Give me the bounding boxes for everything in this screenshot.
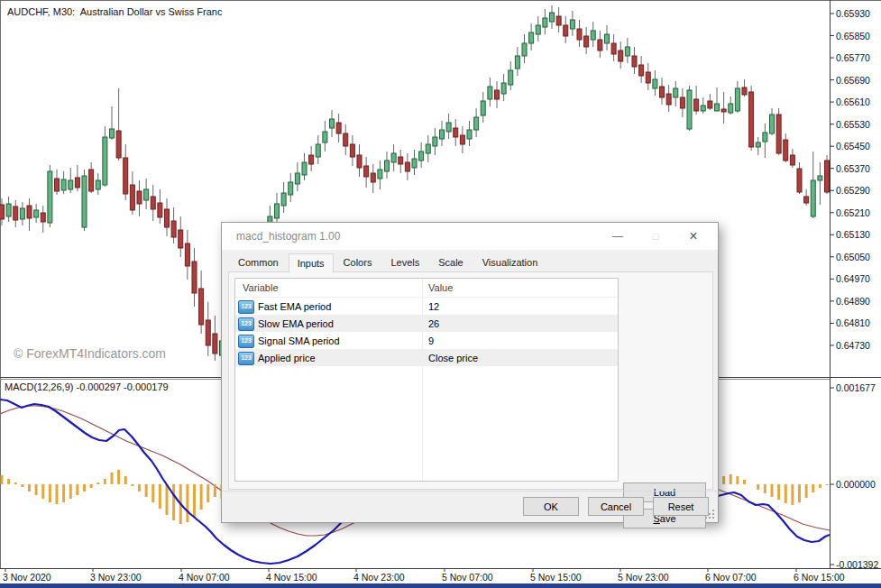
time-axis-label: 6 Nov 07:00	[705, 572, 757, 583]
column-header-value: Value	[428, 282, 453, 293]
tab-inputs[interactable]: Inputs	[289, 253, 334, 273]
table-row-slow-ema-period[interactable]: 123Slow EMA period26	[235, 315, 618, 332]
price-axis-label: 0.64730	[836, 340, 870, 351]
price-axis-label: 0.65290	[836, 185, 870, 196]
time-axis-label: 3 Nov 23:00	[90, 572, 142, 583]
time-axis-label: 4 Nov 23:00	[353, 572, 405, 583]
variable-name: Fast EMA period	[258, 301, 331, 312]
price-axis-label: 0.65850	[836, 31, 870, 41]
price-axis-label: 0.64890	[836, 296, 870, 307]
table-row-signal-sma-period[interactable]: 123Signal SMA period9	[235, 332, 618, 349]
variable-value[interactable]: Close price	[428, 353, 478, 363]
numeric-input-icon: 123	[238, 352, 254, 365]
macd-axis-label: -0.001392	[836, 559, 878, 570]
ok-button[interactable]: OK	[523, 497, 579, 516]
time-axis-label: 6 Nov 15:00	[794, 572, 845, 583]
numeric-input-icon: 123	[238, 317, 254, 331]
variable-name: Slow EMA period	[258, 318, 334, 329]
variable-name: Applied price	[258, 353, 316, 363]
price-axis-label: 0.65610	[836, 96, 870, 107]
time-axis-label: 5 Nov 15:00	[530, 572, 582, 583]
table-row-fast-ema-period[interactable]: 123Fast EMA period12	[235, 298, 618, 315]
macd-indicator-label: MACD(12,26,9) -0.000297 -0.000179	[5, 381, 169, 392]
tab-common[interactable]: Common	[229, 253, 288, 272]
minimize-icon[interactable]: —	[599, 223, 637, 250]
price-axis-label: 0.65530	[836, 119, 870, 130]
close-icon[interactable]: ×	[675, 223, 712, 250]
price-axis-label: 0.65370	[836, 163, 870, 174]
price-axis-label: 0.65770	[836, 52, 870, 63]
price-axis-label: 0.64810	[836, 317, 870, 328]
window-controls: — □ ×	[599, 223, 712, 250]
cancel-button[interactable]: Cancel	[588, 497, 644, 516]
price-axis-label: 0.65930	[836, 8, 870, 19]
time-axis-label: 5 Nov 07:00	[442, 572, 493, 583]
reset-button[interactable]: Reset	[653, 497, 709, 516]
inputs-table: Variable Value 123Fast EMA period12123Sl…	[234, 278, 619, 482]
price-axis-label: 0.65210	[836, 207, 870, 218]
numeric-input-icon: 123	[238, 335, 254, 348]
macd-axis-label: 0.001677	[836, 382, 876, 393]
tab-colors[interactable]: Colors	[335, 253, 381, 272]
price-axis-label: 0.65130	[836, 229, 870, 240]
numeric-input-icon: 123	[238, 300, 254, 314]
variable-value[interactable]: 12	[428, 301, 439, 312]
indicator-settings-dialog: macd_histogram 1.00 — □ × CommonInputsCo…	[221, 222, 719, 523]
tab-visualization[interactable]: Visualization	[473, 253, 547, 272]
inputs-tab-page: Variable Value 123Fast EMA period12123Sl…	[228, 271, 713, 490]
price-axis-label: 0.64970	[836, 273, 870, 284]
chart-symbol-title: AUDCHF, M30: Australian Dollar vs Swiss …	[7, 6, 222, 17]
maximize-icon[interactable]: □	[637, 223, 675, 250]
dialog-titlebar[interactable]: macd_histogram 1.00 — □ ×	[222, 223, 718, 250]
variable-value[interactable]: 26	[428, 318, 439, 329]
variable-name: Signal SMA period	[258, 335, 340, 346]
table-header-row: Variable Value	[235, 279, 618, 298]
footer-divider	[222, 491, 718, 492]
resize-grip-icon[interactable]	[712, 517, 714, 519]
table-row-applied-price[interactable]: 123Applied priceClose price	[235, 349, 618, 366]
price-axis-label: 0.65050	[836, 252, 870, 262]
dialog-tab-bar: CommonInputsColorsLevelsScaleVisualizati…	[229, 253, 547, 272]
mt4-chart-window: AUDCHF, M30: Australian Dollar vs Swiss …	[0, 0, 881, 588]
dialog-title: macd_histogram 1.00	[236, 230, 340, 243]
time-axis-label: 4 Nov 07:00	[179, 572, 230, 583]
price-axis-label: 0.65450	[836, 141, 870, 152]
tab-scale[interactable]: Scale	[429, 253, 473, 272]
time-axis-label: 3 Nov 2020	[3, 572, 51, 583]
time-axis-label: 5 Nov 23:00	[618, 572, 669, 583]
time-axis-label: 4 Nov 15:00	[266, 572, 317, 583]
price-axis-label: 0.65690	[836, 75, 870, 86]
column-header-variable: Variable	[243, 282, 279, 293]
macd-axis-label: 0.000000	[836, 479, 876, 490]
window-bottom-strip	[0, 583, 881, 588]
tab-levels[interactable]: Levels	[381, 253, 428, 272]
variable-value[interactable]: 9	[428, 335, 434, 346]
